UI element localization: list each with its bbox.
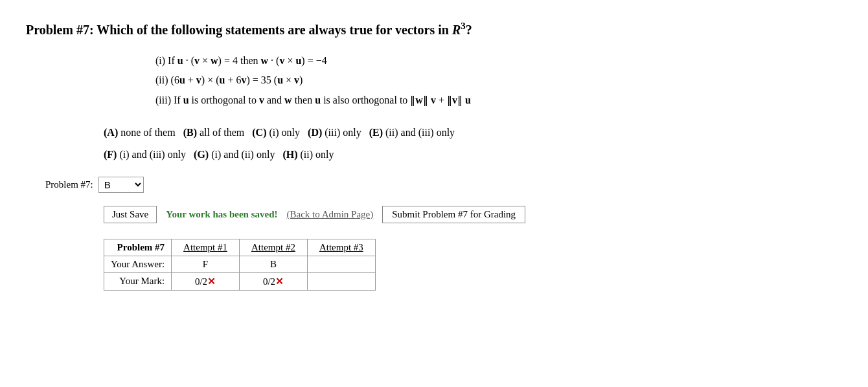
statement-i: (i) If u · (v × w) = 4 then w · (v × u) … — [155, 52, 842, 71]
back-to-admin-link[interactable]: (Back to Admin Page) — [287, 209, 374, 220]
statement-iii: (iii) If u is orthogonal to v and w then… — [155, 91, 842, 110]
action-row: Just Save Your work has been saved! (Bac… — [104, 206, 842, 223]
submit-button[interactable]: Submit Problem #7 for Grading — [382, 206, 525, 223]
choices-line1: (A) none of them (B) all of them (C) (i)… — [104, 123, 842, 142]
saved-message: Your work has been saved! — [166, 209, 277, 220]
table-row-mark: Your Mark: 0/2✕ 0/2✕ — [104, 272, 376, 290]
attempt3-answer — [307, 256, 375, 272]
attempt1-mark: 0/2✕ — [172, 272, 240, 290]
answer-row: Problem #7: A B C D E F G H — [45, 177, 842, 193]
col-attempt3-header: Attempt #3 — [307, 239, 375, 256]
col-attempt2-header: Attempt #2 — [240, 239, 308, 256]
mark-row-label: Your Mark: — [104, 272, 172, 290]
attempts-table: Problem #7 Attempt #1 Attempt #2 Attempt… — [104, 239, 376, 291]
attempt1-answer: F — [172, 256, 240, 272]
col-problem-header: Problem #7 — [104, 239, 172, 256]
answer-select[interactable]: A B C D E F G H — [98, 177, 144, 193]
choices-line2: (F) (i) and (iii) only (G) (i) and (ii) … — [104, 145, 842, 164]
statement-ii: (ii) (6u + v) × (u + 6v) = 35 (u × v) — [155, 71, 842, 90]
answer-label: Problem #7: — [45, 179, 93, 190]
problem-title: Problem #7: Which of the following state… — [26, 19, 842, 39]
attempt2-mark: 0/2✕ — [240, 272, 308, 290]
attempt1-x: ✕ — [207, 276, 216, 287]
problem-number-label: Problem #7: — [26, 23, 94, 37]
problem-question-text: Which of the following statements are al… — [97, 23, 472, 37]
attempt3-mark — [307, 272, 375, 290]
attempt2-answer: B — [240, 256, 308, 272]
choices-block: (A) none of them (B) all of them (C) (i)… — [104, 123, 842, 165]
table-header-row: Problem #7 Attempt #1 Attempt #2 Attempt… — [104, 239, 376, 256]
answer-row-label: Your Answer: — [104, 256, 172, 272]
attempts-section: Problem #7 Attempt #1 Attempt #2 Attempt… — [26, 239, 842, 291]
save-button[interactable]: Just Save — [104, 206, 157, 223]
statements-block: (i) If u · (v × w) = 4 then w · (v × u) … — [155, 52, 842, 110]
action-row-inner: Just Save Your work has been saved! (Bac… — [104, 206, 525, 223]
attempt2-x: ✕ — [275, 276, 284, 287]
table-row-answer: Your Answer: F B — [104, 256, 376, 272]
col-attempt1-header: Attempt #1 — [172, 239, 240, 256]
